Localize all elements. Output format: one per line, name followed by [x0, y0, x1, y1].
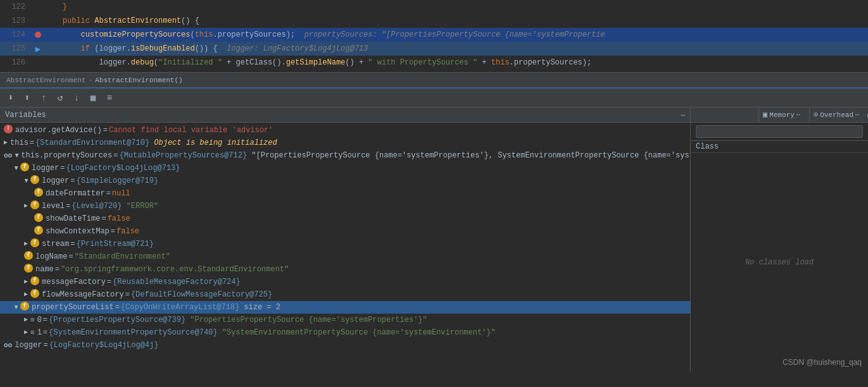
var-item-name[interactable]: f name = "org.springframework.core.env.S… [0, 263, 690, 276]
variables-title: Variables [5, 111, 46, 120]
code-line-125: 125 ▶ if (logger.isDebugEnabled()) { log… [0, 42, 868, 56]
code-line-126: 126 logger.debug("Initialized " + getCla… [0, 56, 868, 70]
expand-ps-0[interactable]: ▶ [24, 314, 28, 326]
expand-level[interactable]: ▶ [24, 200, 28, 212]
var-item-logger-bottom[interactable]: oo logger = {LogFactory$Log4jLog@4j} [0, 339, 690, 352]
var-item-ps-0[interactable]: ▶ ≡ 0 = {PropertiesPropertySource@739} "… [0, 314, 690, 326]
toolbar-btn-step-over[interactable]: ↑ [37, 91, 51, 105]
overhead-icon: ⊙ [814, 110, 818, 120]
memory-icon: ▣ [763, 110, 767, 120]
field-icon: f [24, 251, 33, 260]
var-item-showDateTime[interactable]: f showDateTime = false [0, 212, 690, 225]
execution-arrow: ▶ [35, 44, 41, 54]
field-icon: f [30, 238, 39, 247]
right-content: Class No classes load [691, 141, 868, 372]
var-item-messageFactory[interactable]: ▶ f messageFactory = {ReusableMessageFac… [0, 276, 690, 288]
breakpoint-dot [35, 32, 41, 38]
memory-label: Memory [769, 111, 795, 119]
toolbar-btn-down[interactable]: ⬇ [4, 91, 18, 105]
expand-logger-root[interactable]: ▶ [10, 166, 22, 170]
var-item-advisor[interactable]: ! advisor.getAdvice() = Cannot find loca… [0, 124, 690, 137]
code-editor: 122 } 123 public AbstractEnvironment() {… [0, 0, 868, 89]
field-icon: f [20, 163, 29, 171]
oo-icon-2: oo [4, 340, 12, 351]
right-panel-header: ▣ Memory ↔ ⊙ Overhead ↔ [691, 108, 868, 123]
expand-flowMessageFactory[interactable]: ▶ [24, 289, 28, 300]
var-item-ps-1[interactable]: ▶ ≡ 1 = {SystemEnvironmentPropertySource… [0, 326, 690, 339]
main-panels: Variables ↔ ! advisor.getAdvice() = Cann… [0, 108, 868, 372]
field-icon: f [30, 175, 39, 184]
var-item-dateFormatter[interactable]: f dateFormatter = null [0, 187, 690, 200]
var-item-propertySources[interactable]: oo ▶ this.propertySources = {MutableProp… [0, 149, 690, 162]
var-item-this[interactable]: ▶ this = {StandardEnvironment@710} Objec… [0, 137, 690, 149]
expand-logger-inner[interactable]: ▶ [20, 179, 32, 183]
variables-panel-header: Variables ↔ [0, 108, 690, 123]
memory-tab[interactable]: ▣ Memory ↔ [758, 108, 804, 122]
breadcrumb-class[interactable]: AbstractEnvironment [6, 77, 85, 84]
field-icon: f [30, 200, 39, 209]
var-item-showContextMap[interactable]: f showContextMap = false [0, 225, 690, 238]
var-item-logger-root[interactable]: ▶ f logger = {LogFactory$Log4jLog@713} [0, 162, 690, 175]
var-item-logger-inner[interactable]: ▶ f logger = {SimpleLogger@719} [0, 175, 690, 187]
error-icon: ! [4, 125, 13, 133]
toolbar-btn-grid[interactable]: ▦ [86, 91, 100, 105]
field-icon: f [30, 276, 39, 285]
expand-messageFactory[interactable]: ▶ [24, 276, 28, 288]
code-line-122: 122 } [0, 0, 868, 14]
expand-propertySourceList[interactable]: ▶ [10, 305, 22, 309]
field-icon: f [20, 302, 29, 310]
code-lines: 122 } 123 public AbstractEnvironment() {… [0, 0, 868, 72]
variables-panel: Variables ↔ ! advisor.getAdvice() = Cann… [0, 108, 691, 372]
var-item-propertySourceList[interactable]: ▶ f propertySourceList = {CopyOnWriteArr… [0, 301, 690, 314]
expand-propertySources[interactable]: ▶ [11, 154, 22, 157]
expand-stream[interactable]: ▶ [24, 238, 28, 250]
field-icon: f [34, 188, 43, 197]
watermark: CSDN @huisheng_qaq [783, 358, 862, 367]
var-item-stream[interactable]: ▶ f stream = {PrintStream@721} [0, 238, 690, 250]
field-icon: f [30, 289, 39, 298]
code-line-123: 123 public AbstractEnvironment() { [0, 14, 868, 28]
var-item-level[interactable]: ▶ f level = {Level@720} "ERROR" [0, 200, 690, 212]
search-bar: 🔍 [691, 123, 868, 141]
right-panel: ▣ Memory ↔ ⊙ Overhead ↔ 🔍 Class No class… [691, 108, 868, 372]
debug-toolbar: ⬇ ⬆ ↑ ↺ ↓ ▦ ≡ [0, 89, 868, 108]
variables-list: ! advisor.getAdvice() = Cannot find loca… [0, 123, 690, 372]
breadcrumb-method[interactable]: AbstractEnvironment() [95, 77, 183, 84]
code-line-124: 124 customizePropertySources(this.proper… [0, 28, 868, 42]
field-icon: f [34, 226, 43, 235]
var-item-flowMessageFactory[interactable]: ▶ f flowMessageFactory = {DefaultFlowMes… [0, 288, 690, 301]
overhead-tab[interactable]: ⊙ Overhead ↔ [809, 108, 863, 122]
toolbar-btn-step-out[interactable]: ↓ [70, 91, 84, 105]
var-item-logName[interactable]: f logName = "StandardEnvironment" [0, 250, 690, 263]
search-input[interactable] [696, 125, 863, 138]
toolbar-btn-up[interactable]: ⬆ [20, 91, 34, 105]
no-classes-message: No classes load [691, 153, 868, 372]
breadcrumb: AbstractEnvironment › AbstractEnvironmen… [0, 72, 868, 87]
overhead-label: Overhead [820, 111, 853, 119]
expand-ps-1[interactable]: ▶ [24, 327, 28, 338]
toolbar-btn-list[interactable]: ≡ [103, 91, 116, 105]
panel-action-pin[interactable]: ↔ [681, 111, 685, 119]
field-icon: f [24, 264, 33, 273]
class-column-header: Class [691, 141, 868, 153]
code-line-127: 127 } [0, 70, 868, 72]
toolbar-btn-step-into[interactable]: ↺ [53, 91, 67, 105]
field-icon: f [34, 213, 43, 222]
expand-this[interactable]: ▶ [4, 137, 8, 149]
